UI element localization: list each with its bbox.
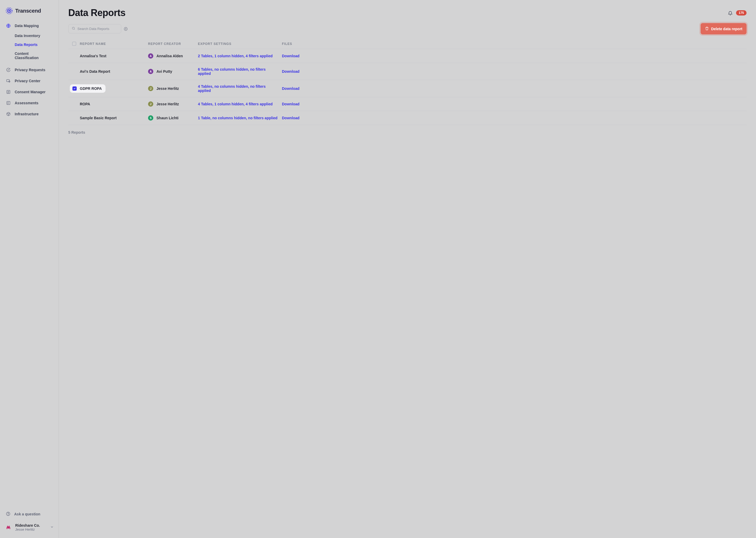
toolbar: Delete data report (68, 23, 746, 34)
main-content: Data Reports 175 Delete data report REPO… (59, 0, 756, 538)
select-all-checkbox[interactable] (72, 42, 76, 46)
chevron-down-icon (50, 525, 54, 530)
nav-privacy-requests[interactable]: Privacy Requests (2, 65, 57, 75)
nav-label: Privacy Center (15, 79, 40, 83)
svg-point-11 (7, 526, 8, 526)
table-row[interactable]: ROPA J Jesse Herlitz 4 Tables, 1 column … (68, 97, 746, 111)
creator-name: Jesse Herlitz (157, 86, 179, 91)
table-row[interactable]: GDPR ROPA J Jesse Herlitz 4 Tables, no c… (68, 80, 746, 97)
nav-assessments[interactable]: Assessments (2, 98, 57, 108)
svg-point-12 (9, 526, 10, 526)
search-box[interactable] (68, 24, 121, 33)
col-files: FILES (279, 42, 313, 46)
nav-label: Consent Manager (15, 90, 45, 94)
export-settings-link[interactable]: 4 Tables, 1 column hidden, 4 filters app… (198, 102, 279, 106)
report-name: Annalisa's Test (80, 54, 148, 58)
page-title: Data Reports (68, 7, 125, 19)
bell-icon[interactable] (728, 10, 733, 16)
creator-name: Annalisa Alden (157, 54, 183, 58)
selected-pill: GDPR ROPA (70, 84, 106, 93)
nav-data-reports[interactable]: Data Reports (2, 40, 57, 49)
svg-point-9 (7, 528, 8, 528)
nav-label: Privacy Requests (15, 68, 45, 72)
download-link[interactable]: Download (279, 69, 313, 74)
report-name: ROPA (80, 102, 148, 106)
brand-mark-icon (6, 7, 13, 14)
creator-name: Shaun Lichti (157, 116, 178, 120)
org-switcher[interactable]: Rideshare Co. Jesse Herlitz (0, 519, 59, 534)
nav-data-inventory[interactable]: Data Inventory (2, 31, 57, 40)
row-checkbox-checked[interactable] (72, 86, 77, 91)
col-export: EXPORT SETTINGS (198, 42, 279, 46)
help-icon (6, 511, 11, 517)
nav-privacy-center[interactable]: Privacy Center (2, 76, 57, 86)
org-user: Jesse Herlitz (15, 527, 40, 532)
table-row[interactable]: Sample Basic Report S Shaun Lichti 1 Tab… (68, 111, 746, 125)
brand-logo: Transcend (0, 4, 59, 21)
download-link[interactable]: Download (279, 116, 313, 120)
plus-circle-icon[interactable] (124, 27, 128, 31)
nav-consent-manager[interactable]: Consent Manager (2, 87, 57, 97)
delete-report-button[interactable]: Delete data report (701, 23, 746, 34)
checklist-icon (6, 100, 11, 106)
svg-point-8 (8, 514, 8, 515)
avatar: A (148, 69, 153, 74)
report-name: Sample Basic Report (80, 116, 148, 120)
table-header: REPORT NAME REPORT CREATOR EXPORT SETTIN… (68, 39, 746, 49)
download-link[interactable]: Download (279, 102, 313, 106)
ask-question[interactable]: Ask a question (0, 509, 59, 519)
creator-name: Jesse Herlitz (157, 102, 179, 106)
col-creator: REPORT CREATOR (148, 42, 198, 46)
delete-label: Delete data report (711, 27, 742, 31)
nav-label: Infrastructure (15, 112, 39, 116)
row-count: 5 Reports (68, 125, 746, 140)
nav-label: Data Mapping (15, 24, 39, 28)
org-name: Rideshare Co. (15, 523, 40, 528)
avatar: J (148, 101, 153, 107)
car-icon (5, 524, 12, 531)
avatar: A (148, 53, 153, 59)
report-name: Avi's Data Report (80, 69, 148, 74)
nav-data-mapping[interactable]: Data Mapping (2, 21, 57, 31)
trash-icon (705, 26, 709, 31)
download-link[interactable]: Download (279, 54, 313, 58)
export-settings-link[interactable]: 2 Tables, 1 column hidden, 4 filters app… (198, 54, 279, 58)
card-shield-icon (6, 78, 11, 83)
nav-content-classification[interactable]: Content Classification (2, 49, 57, 62)
svg-point-10 (9, 528, 10, 528)
export-settings-link[interactable]: 1 Table, no columns hidden, no filters a… (198, 116, 279, 120)
primary-nav: Data Mapping Data Inventory Data Reports… (0, 21, 59, 119)
avatar: J (148, 86, 153, 91)
avatar: S (148, 115, 153, 121)
search-input[interactable] (77, 27, 121, 31)
creator-name: Avi Putty (157, 69, 172, 74)
svg-point-13 (72, 27, 74, 29)
download-link[interactable]: Download (279, 86, 313, 91)
globe-icon (6, 23, 11, 28)
sidebar: Transcend Data Mapping Data Inventory Da… (0, 0, 59, 538)
table-row[interactable]: Annalisa's Test A Annalisa Alden 2 Table… (68, 49, 746, 63)
svg-point-2 (8, 10, 10, 12)
form-icon (6, 89, 11, 94)
export-settings-link[interactable]: 6 Tables, no columns hidden, no filters … (198, 67, 279, 76)
cube-icon (6, 111, 11, 117)
table-row[interactable]: Avi's Data Report A Avi Putty 6 Tables, … (68, 63, 746, 80)
report-name: GDPR ROPA (80, 86, 102, 91)
ask-label: Ask a question (14, 512, 40, 516)
chat-check-icon (6, 67, 11, 73)
page-header: Data Reports 175 (68, 7, 746, 19)
nav-infrastructure[interactable]: Infrastructure (2, 109, 57, 119)
svg-rect-6 (7, 101, 10, 105)
export-settings-link[interactable]: 4 Tables, no columns hidden, no filters … (198, 84, 279, 93)
brand-name: Transcend (15, 8, 41, 14)
search-icon (72, 27, 75, 31)
nav-label: Assessments (15, 101, 38, 105)
reports-table: REPORT NAME REPORT CREATOR EXPORT SETTIN… (68, 39, 746, 125)
notification-badge[interactable]: 175 (736, 10, 746, 16)
col-name: REPORT NAME (80, 42, 148, 46)
